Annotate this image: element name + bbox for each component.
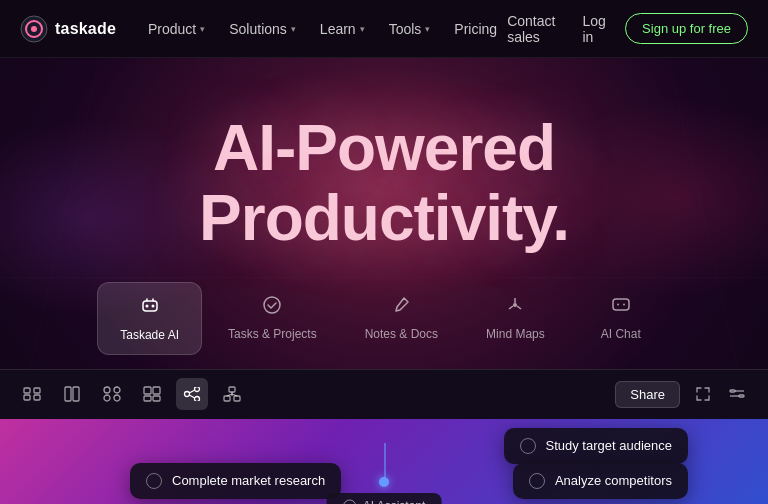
share-button[interactable]: Share: [615, 381, 680, 408]
svg-point-49: [344, 500, 356, 504]
tab-ai-chat[interactable]: AI Chat: [571, 282, 671, 355]
svg-line-37: [189, 395, 195, 398]
svg-rect-24: [73, 387, 79, 401]
svg-point-9: [145, 304, 148, 307]
task-card-1: Complete market research: [130, 463, 341, 499]
toolbar-icon-3[interactable]: [96, 378, 128, 410]
svg-point-17: [617, 303, 619, 305]
tab-taskade-ai-label: Taskade AI: [120, 328, 179, 342]
svg-point-25: [104, 387, 110, 393]
app-preview: Complete market research Study target au…: [0, 419, 768, 504]
svg-point-35: [195, 397, 200, 402]
logo-text: taskade: [55, 20, 116, 38]
nav-item-tools[interactable]: Tools ▾: [379, 15, 441, 43]
tab-tasks-label: Tasks & Projects: [228, 327, 317, 341]
toolbar-strip: Share: [0, 369, 768, 419]
ai-icon: [139, 295, 161, 322]
toolbar-action-icons: [688, 379, 752, 409]
nav-links: Product ▾ Solutions ▾ Learn ▾ Tools ▾ Pr…: [138, 15, 507, 43]
task-checkbox-3[interactable]: [529, 473, 545, 489]
svg-point-18: [623, 303, 625, 305]
feature-tabs: Taskade AI Tasks & Projects Notes & Docs: [0, 282, 768, 355]
signup-button[interactable]: Sign up for free: [625, 13, 748, 44]
toolbar-icon-6[interactable]: [216, 378, 248, 410]
logo-icon: [20, 15, 48, 43]
svg-rect-29: [144, 387, 151, 394]
chevron-down-icon: ▾: [200, 24, 205, 34]
chat-icon: [610, 294, 632, 321]
tab-mind-maps[interactable]: Mind Maps: [464, 282, 567, 355]
svg-rect-39: [224, 396, 230, 401]
svg-point-2: [31, 26, 37, 32]
svg-line-36: [189, 390, 195, 393]
svg-rect-32: [153, 396, 160, 401]
svg-rect-23: [65, 387, 71, 401]
nav-item-pricing[interactable]: Pricing: [444, 15, 507, 43]
connection-dot: [379, 477, 389, 487]
tab-notes-docs[interactable]: Notes & Docs: [343, 282, 460, 355]
nav-right: Contact sales Log in Sign up for free: [507, 13, 748, 45]
hero-title: AI-Powered Productivity.: [0, 113, 768, 254]
nav-item-solutions[interactable]: Solutions ▾: [219, 15, 306, 43]
nav-item-learn[interactable]: Learn ▾: [310, 15, 375, 43]
tab-notes-label: Notes & Docs: [365, 327, 438, 341]
svg-point-11: [264, 297, 280, 313]
toolbar-icon-2[interactable]: [56, 378, 88, 410]
svg-point-34: [195, 387, 200, 392]
svg-rect-22: [34, 395, 40, 400]
task-card-2: Study target audience: [504, 428, 688, 464]
toolbar-icon-1[interactable]: [16, 378, 48, 410]
svg-rect-44: [730, 390, 735, 392]
task-checkbox-2[interactable]: [520, 438, 536, 454]
navbar: taskade Product ▾ Solutions ▾ Learn ▾ To…: [0, 0, 768, 58]
notes-icon: [390, 294, 412, 321]
svg-rect-31: [144, 396, 151, 401]
tasks-icon: [261, 294, 283, 321]
svg-rect-21: [24, 395, 30, 400]
logo[interactable]: taskade: [20, 15, 116, 43]
svg-line-43: [232, 394, 237, 396]
svg-line-14: [517, 306, 521, 309]
tab-tasks-projects[interactable]: Tasks & Projects: [206, 282, 339, 355]
svg-rect-8: [143, 301, 157, 311]
tab-taskade-ai[interactable]: Taskade AI: [97, 282, 202, 355]
svg-line-15: [509, 306, 513, 309]
hero-headline: AI-Powered Productivity.: [0, 58, 768, 254]
hero-section: AI-Powered Productivity. Taskade AI: [0, 58, 768, 504]
svg-rect-30: [153, 387, 160, 394]
chevron-down-icon: ▾: [360, 24, 365, 34]
svg-point-33: [185, 392, 190, 397]
task-card-3: Analyze competitors: [513, 463, 688, 499]
svg-point-10: [151, 304, 154, 307]
nav-item-product[interactable]: Product ▾: [138, 15, 215, 43]
svg-rect-19: [24, 388, 30, 393]
contact-sales-link[interactable]: Contact sales: [507, 13, 566, 45]
toolbar-expand-icon[interactable]: [688, 379, 718, 409]
svg-rect-16: [613, 299, 629, 310]
svg-rect-40: [234, 396, 240, 401]
task-checkbox-1[interactable]: [146, 473, 162, 489]
tab-mindmap-label: Mind Maps: [486, 327, 545, 341]
tab-aichat-label: AI Chat: [601, 327, 641, 341]
svg-rect-47: [739, 395, 744, 397]
svg-point-28: [114, 395, 120, 401]
toolbar-settings-icon[interactable]: [722, 379, 752, 409]
chevron-down-icon: ▾: [425, 24, 430, 34]
svg-line-42: [227, 394, 232, 396]
login-link[interactable]: Log in: [582, 13, 609, 45]
toolbar-icon-5[interactable]: [176, 378, 208, 410]
svg-point-12: [513, 303, 517, 307]
toolbar-icon-4[interactable]: [136, 378, 168, 410]
svg-point-27: [104, 395, 110, 401]
svg-point-26: [114, 387, 120, 393]
ai-assistant-bar[interactable]: AI Assistant: [327, 493, 442, 504]
chevron-down-icon: ▾: [291, 24, 296, 34]
svg-rect-38: [229, 387, 235, 392]
svg-rect-20: [34, 388, 40, 393]
ai-assistant-icon: [343, 499, 357, 504]
mindmap-icon: [504, 294, 526, 321]
